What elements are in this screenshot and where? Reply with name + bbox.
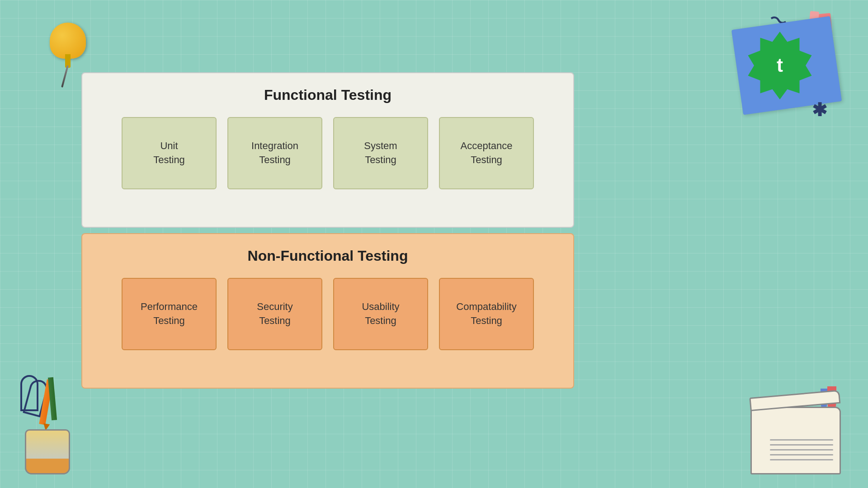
system-testing-card: SystemTesting xyxy=(333,117,428,189)
functional-cards-row: UnitTesting IntegrationTesting SystemTes… xyxy=(100,117,555,189)
asterisk-icon: ✱ xyxy=(812,99,827,120)
acceptance-testing-card: AcceptanceTesting xyxy=(439,117,534,189)
nonfunctional-cards-row: PerformanceTesting SecurityTesting Usabi… xyxy=(100,278,555,350)
book-line-3 xyxy=(770,449,833,450)
book-lines xyxy=(770,439,833,464)
integration-testing-label: IntegrationTesting xyxy=(251,139,298,167)
book-line-2 xyxy=(770,444,833,446)
system-testing-label: SystemTesting xyxy=(364,139,397,167)
main-diagram: Functional Testing UnitTesting Integrati… xyxy=(81,72,574,389)
unit-testing-label: UnitTesting xyxy=(153,139,185,167)
badge-letter: t xyxy=(760,45,800,86)
performance-testing-card: PerformanceTesting xyxy=(122,278,217,350)
book-line-1 xyxy=(770,439,833,441)
nonfunctional-title: Non-Functional Testing xyxy=(100,248,555,264)
unit-testing-card: UnitTesting xyxy=(122,117,217,189)
book-decoration xyxy=(750,393,850,474)
badge-letter-text: t xyxy=(777,55,783,76)
pushpin-needle xyxy=(61,65,69,87)
book-line-5 xyxy=(770,459,833,460)
functional-title: Functional Testing xyxy=(100,87,555,103)
holder-stripe xyxy=(25,459,70,474)
security-testing-label: SecurityTesting xyxy=(257,300,292,328)
compatability-testing-label: CompatabilityTesting xyxy=(456,300,516,328)
badge-decoration: 〜〜 t ✱ xyxy=(737,9,841,127)
integration-testing-card: IntegrationTesting xyxy=(227,117,322,189)
pushpin-head xyxy=(50,23,86,59)
nonfunctional-testing-section: Non-Functional Testing PerformanceTestin… xyxy=(81,233,574,389)
security-testing-card: SecurityTesting xyxy=(227,278,322,350)
functional-testing-section: Functional Testing UnitTesting Integrati… xyxy=(81,72,574,228)
book-body xyxy=(750,407,841,474)
usability-testing-label: UsabilityTesting xyxy=(362,300,399,328)
usability-testing-card: UsabilityTesting xyxy=(333,278,428,350)
scissors-icon xyxy=(18,375,41,429)
acceptance-testing-label: AcceptanceTesting xyxy=(461,139,513,167)
performance-testing-label: PerformanceTesting xyxy=(141,300,198,328)
book-line-4 xyxy=(770,454,833,455)
compatability-testing-card: CompatabilityTesting xyxy=(439,278,534,350)
pencil-holder-decoration xyxy=(18,375,77,474)
